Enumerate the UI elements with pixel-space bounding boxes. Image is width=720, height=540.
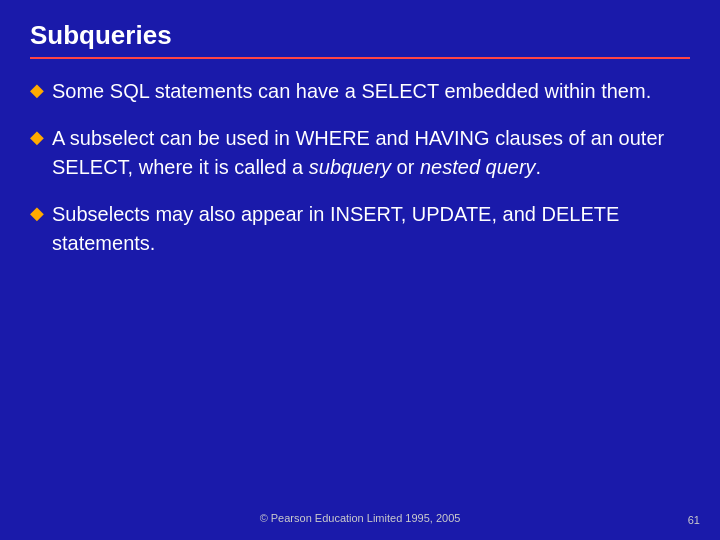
footer-text: © Pearson Education Limited 1995, 2005 (260, 512, 461, 524)
title-underline (30, 57, 690, 59)
bullet-diamond-icon-3: ◆ (30, 202, 44, 224)
bullet-item-1: ◆ Some SQL statements can have a SELECT … (30, 77, 690, 106)
slide: Subqueries ◆ Some SQL statements can hav… (0, 0, 720, 540)
bullet-text-1: Some SQL statements can have a SELECT em… (52, 77, 651, 106)
slide-title: Subqueries (30, 20, 690, 51)
footer: © Pearson Education Limited 1995, 2005 (0, 508, 720, 526)
bullet-diamond-icon-1: ◆ (30, 79, 44, 101)
page-number: 61 (688, 514, 700, 526)
italic-subquery: subquery (309, 156, 391, 178)
bullet-diamond-icon-2: ◆ (30, 126, 44, 148)
italic-nested-query: nested query (420, 156, 536, 178)
bullet-item-2: ◆ A subselect can be used in WHERE and H… (30, 124, 690, 182)
title-section: Subqueries (30, 20, 690, 59)
bullet-text-3: Subselects may also appear in INSERT, UP… (52, 200, 690, 258)
bullet-item-3: ◆ Subselects may also appear in INSERT, … (30, 200, 690, 258)
bullet-text-2: A subselect can be used in WHERE and HAV… (52, 124, 690, 182)
